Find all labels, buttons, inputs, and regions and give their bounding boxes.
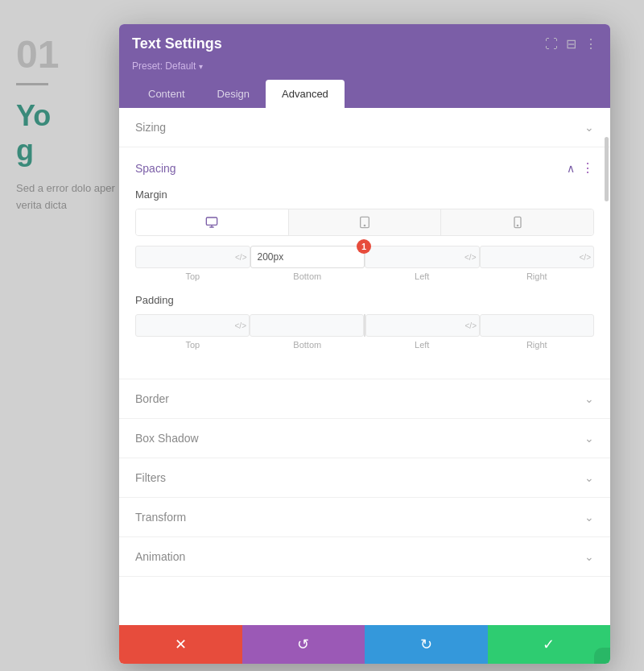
mobile-device-tab[interactable]	[441, 209, 593, 235]
sizing-section-header[interactable]: Sizing ⌄	[119, 108, 610, 147]
animation-section-title: Animation	[135, 550, 185, 563]
box-shadow-section-header[interactable]: Box Shadow ⌄	[119, 419, 610, 458]
margin-left-cell: </>	[365, 246, 480, 268]
spacer	[119, 577, 610, 625]
bg-divider	[16, 83, 48, 85]
margin-right-code-icon: </>	[580, 253, 591, 262]
margin-top-input[interactable]	[135, 246, 250, 268]
spacing-more-icon[interactable]: ⋮	[581, 160, 594, 176]
border-section-header[interactable]: Border ⌄	[119, 379, 610, 418]
svg-point-6	[517, 225, 518, 226]
spacing-chevron-icon[interactable]: ∧	[567, 162, 575, 175]
padding-right-input[interactable]	[480, 314, 594, 337]
spacing-section: Spacing ∧ ⋮ Margin	[119, 147, 610, 379]
margin-right-label: Right	[480, 271, 595, 281]
modal-tabs: Content Design Advanced	[132, 80, 597, 108]
margin-left-label: Left	[365, 271, 480, 281]
margin-left-input[interactable]	[365, 246, 480, 268]
padding-left-code-icon: </>	[465, 321, 477, 330]
padding-top-code-icon: </>	[235, 321, 246, 330]
spacing-content: Margin	[119, 188, 610, 379]
tab-advanced[interactable]: Advanced	[266, 80, 345, 108]
scrollbar-thumb[interactable]	[605, 137, 609, 201]
svg-rect-0	[207, 217, 217, 225]
padding-labels: Top Bottom Left Right	[135, 340, 594, 350]
border-section: Border ⌄	[119, 379, 610, 419]
tablet-device-tab[interactable]	[289, 209, 442, 235]
margin-right-input[interactable]	[480, 246, 595, 268]
padding-top-cell: </>	[135, 314, 250, 337]
transform-section-header[interactable]: Transform ⌄	[119, 498, 610, 536]
margin-bottom-input[interactable]	[250, 246, 365, 268]
spacing-section-actions: ∧ ⋮	[567, 160, 594, 176]
box-shadow-chevron-icon: ⌄	[584, 432, 594, 445]
modal-footer: ✕ ↺ ↻ ✓	[119, 625, 610, 664]
modal-header-top: Text Settings ⛶ ⊟ ⋮	[132, 35, 597, 52]
padding-right-cell	[480, 314, 594, 337]
sizing-section: Sizing ⌄	[119, 108, 610, 147]
animation-section: Animation ⌄	[119, 537, 610, 577]
animation-section-header[interactable]: Animation ⌄	[119, 537, 610, 576]
padding-top-input[interactable]	[135, 314, 250, 337]
desktop-device-tab[interactable]	[136, 209, 289, 235]
margin-top-cell: </>	[135, 246, 250, 268]
spacing-section-title: Spacing	[135, 162, 176, 175]
sizing-chevron-icon: ⌄	[584, 121, 594, 134]
preset-selector[interactable]: Preset: Default ▾	[132, 60, 597, 72]
preset-arrow-icon: ▾	[199, 62, 203, 71]
padding-left-label: Left	[365, 340, 480, 350]
padding-bottom-cell	[250, 314, 365, 337]
margin-inputs-row: </> 1 </>	[135, 246, 594, 268]
filters-section: Filters ⌄	[119, 458, 610, 498]
padding-bottom-input[interactable]	[250, 314, 364, 337]
redo-button[interactable]: ↻	[365, 625, 488, 664]
padding-top-label: Top	[135, 340, 250, 350]
filters-chevron-icon: ⌄	[584, 471, 594, 484]
scrollbar-track[interactable]	[605, 137, 609, 540]
padding-title: Padding	[135, 294, 594, 306]
border-chevron-icon: ⌄	[584, 392, 594, 405]
save-button[interactable]: ✓	[488, 625, 611, 664]
device-tabs	[135, 209, 594, 236]
padding-bottom-label: Bottom	[250, 340, 365, 350]
padding-inputs-row: </> </>	[135, 314, 594, 337]
margin-bottom-cell: 1	[250, 246, 365, 268]
badge-number: 1	[357, 239, 371, 254]
modal-title: Text Settings	[132, 35, 222, 52]
undo-button[interactable]: ↺	[242, 625, 365, 664]
filters-section-title: Filters	[135, 471, 166, 484]
cancel-button[interactable]: ✕	[119, 625, 242, 664]
margin-right-cell: </>	[480, 246, 595, 268]
svg-point-4	[364, 225, 365, 226]
transform-section: Transform ⌄	[119, 498, 610, 537]
margin-title: Margin	[135, 188, 594, 201]
tab-design[interactable]: Design	[201, 80, 266, 108]
fullscreen-icon[interactable]: ⛶	[545, 37, 558, 52]
animation-chevron-icon: ⌄	[584, 550, 594, 563]
box-shadow-section: Box Shadow ⌄	[119, 419, 610, 458]
modal-header-icons: ⛶ ⊟ ⋮	[545, 36, 597, 52]
modal-body: Sizing ⌄ Spacing ∧ ⋮ Margin	[119, 108, 610, 625]
margin-top-code-icon: </>	[235, 253, 246, 262]
padding-left-cell: </>	[365, 314, 480, 337]
transform-section-title: Transform	[135, 511, 186, 524]
tab-content[interactable]: Content	[132, 80, 201, 108]
text-settings-modal: Text Settings ⛶ ⊟ ⋮ Preset: Default ▾ Co…	[119, 24, 610, 664]
preset-label: Preset: Default	[132, 60, 196, 72]
margin-bottom-label: Bottom	[250, 271, 365, 281]
margin-left-code-icon: </>	[464, 253, 476, 262]
more-options-icon[interactable]: ⋮	[584, 36, 597, 52]
filters-section-header[interactable]: Filters ⌄	[119, 458, 610, 497]
margin-top-label: Top	[135, 271, 250, 281]
padding-left-input[interactable]	[365, 314, 480, 337]
box-shadow-section-title: Box Shadow	[135, 432, 199, 445]
margin-labels: Top Bottom Left Right	[135, 271, 594, 281]
sizing-section-title: Sizing	[135, 121, 166, 134]
modal-header: Text Settings ⛶ ⊟ ⋮ Preset: Default ▾ Co…	[119, 24, 610, 108]
corner-decoration	[594, 648, 610, 664]
bg-text: Sed a error dolo aper verita dicta	[16, 180, 121, 214]
border-section-title: Border	[135, 392, 169, 405]
transform-chevron-icon: ⌄	[584, 511, 594, 524]
spacing-section-header: Spacing ∧ ⋮	[119, 147, 610, 188]
split-view-icon[interactable]: ⊟	[566, 36, 576, 52]
